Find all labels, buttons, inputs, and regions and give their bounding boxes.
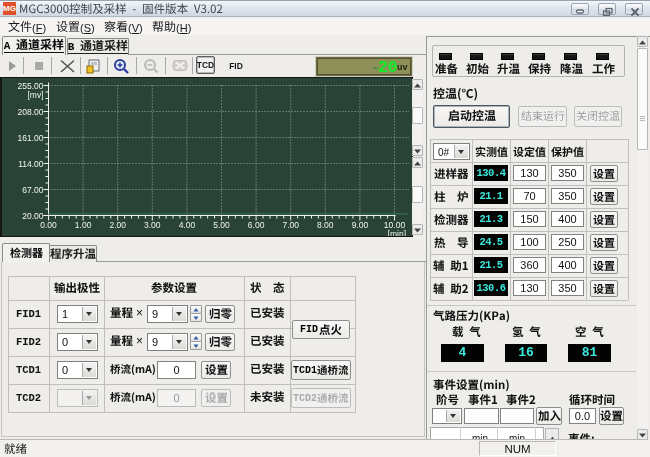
svg-text:8.00: 8.00 bbox=[317, 220, 334, 230]
svg-text:4.00: 4.00 bbox=[179, 220, 196, 230]
svg-text:5.00: 5.00 bbox=[213, 220, 230, 230]
svg-text:6.00: 6.00 bbox=[248, 220, 265, 230]
svg-text:9.00: 9.00 bbox=[352, 220, 369, 230]
svg-text:0.00: 0.00 bbox=[40, 220, 57, 230]
svg-text:[min]: [min] bbox=[388, 229, 406, 237]
svg-text:[mv]: [mv] bbox=[27, 90, 43, 100]
svg-text:67.00: 67.00 bbox=[22, 185, 44, 195]
svg-text:2.00: 2.00 bbox=[109, 220, 126, 230]
svg-text:208.00: 208.00 bbox=[18, 107, 44, 117]
svg-text:114.00: 114.00 bbox=[18, 159, 44, 169]
svg-text:161.00: 161.00 bbox=[18, 133, 44, 143]
svg-text:3.00: 3.00 bbox=[144, 220, 161, 230]
svg-text:7.00: 7.00 bbox=[282, 220, 299, 230]
svg-text:1.00: 1.00 bbox=[75, 220, 92, 230]
